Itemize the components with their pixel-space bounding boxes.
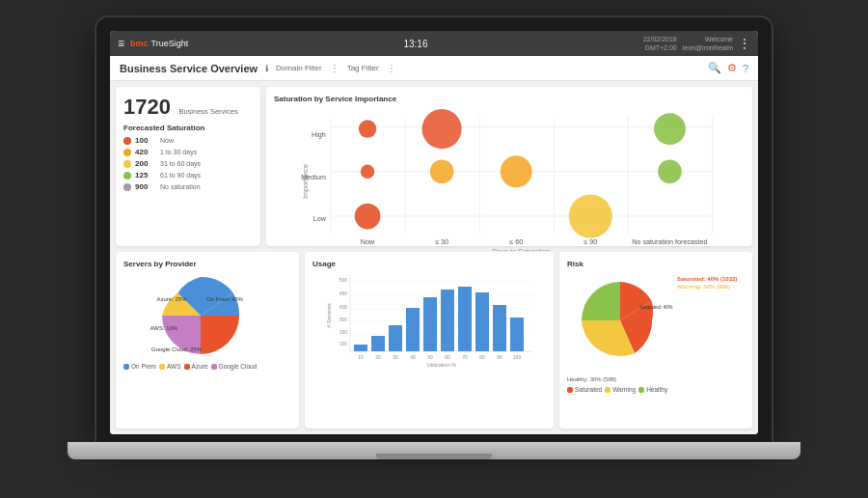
svg-text:Saturated: 40% (1032): Saturated: 40% (1032) — [639, 304, 673, 310]
risk-chart-title: Risk — [567, 260, 745, 268]
svg-text:50: 50 — [427, 354, 433, 360]
bar-80[interactable] — [475, 292, 489, 351]
svg-text:AWS: 10%: AWS: 10% — [150, 325, 178, 331]
forecast-num-1: 100 — [135, 136, 156, 145]
forecast-num-3: 200 — [135, 159, 156, 168]
usage-chart-svg: 500 450 400 300 200 100 # Services — [312, 272, 546, 369]
legend-azure: Azure — [184, 363, 208, 370]
page-header: Business Service Overview ℹ Domain Filte… — [110, 56, 758, 81]
bubble-90-low[interactable] — [569, 194, 612, 237]
dot-30 — [123, 149, 131, 156]
search-icon[interactable]: 🔍 — [708, 62, 721, 74]
servers-pie-svg: On Prem 40% Azure: 25% AWS: 10% Google C… — [123, 272, 278, 359]
nav-welcome: Welcome leon@ironRealm — [683, 35, 733, 52]
bar-40[interactable] — [406, 308, 420, 351]
risk-label-saturated: Saturated: 40% (1032) — [677, 276, 745, 282]
dot-now — [123, 137, 131, 145]
legend-saturated: Saturated — [567, 386, 602, 393]
business-label: Business Services — [178, 107, 237, 116]
forecast-row-3: 200 31 to 60 days — [123, 159, 253, 168]
tag-filter-label[interactable]: Tag Filter — [347, 64, 379, 72]
help-icon[interactable]: ? — [743, 63, 748, 74]
main-content: 1720 Business Services Forecasted Satura… — [110, 81, 758, 434]
domain-filter-dots[interactable]: ⋮ — [330, 63, 339, 73]
legend-aws-dot — [159, 364, 165, 370]
top-row: 1720 Business Services Forecasted Satura… — [116, 87, 752, 246]
svg-text:100: 100 — [339, 341, 348, 346]
svg-text:# Services: # Services — [326, 303, 332, 328]
bar-30[interactable] — [389, 325, 402, 351]
svg-text:Days to Saturation: Days to Saturation — [493, 247, 550, 251]
bar-90[interactable] — [493, 305, 506, 351]
bar-60[interactable] — [441, 290, 454, 351]
nav-menu-icon[interactable]: ⋮ — [739, 37, 750, 50]
bar-10[interactable] — [354, 345, 367, 351]
legend-google-dot — [211, 364, 217, 370]
svg-text:400: 400 — [339, 304, 348, 310]
forecast-row-2: 420 1 to 30 days — [123, 148, 253, 156]
top-nav: ≡ bmc TrueSight 13:16 22/02/2018 GMT+2:0… — [110, 31, 758, 56]
laptop-screen: ≡ bmc TrueSight 13:16 22/02/2018 GMT+2:0… — [110, 31, 758, 434]
svg-text:Azure: 25%: Azure: 25% — [156, 296, 187, 302]
risk-pie-svg: Saturated: 40% (1032) — [567, 272, 673, 369]
hamburger-icon[interactable]: ≡ — [118, 37, 124, 50]
bubble-30-medium[interactable] — [430, 159, 454, 183]
svg-text:No saturation forecasted: No saturation forecasted — [632, 237, 707, 246]
svg-text:100: 100 — [513, 354, 522, 360]
saturation-chart-title: Saturation by Service Importance — [274, 95, 745, 103]
bubble-now-high[interactable] — [359, 120, 376, 137]
svg-text:High: High — [312, 130, 326, 139]
svg-text:40: 40 — [410, 354, 416, 360]
nav-time: 13:16 — [403, 39, 427, 49]
bubble-now-low[interactable] — [355, 204, 381, 230]
domain-filter-label[interactable]: Domain Filter — [276, 64, 322, 72]
legend-healthy: Healthy — [638, 386, 667, 393]
bar-70[interactable] — [458, 287, 472, 351]
forecast-panel: 1720 Business Services Forecasted Satura… — [116, 87, 260, 246]
bubble-30-high[interactable] — [422, 109, 462, 149]
servers-pie-area: On Prem 40% Azure: 25% AWS: 10% Google C… — [123, 272, 291, 359]
servers-chart-title: Servers by Provider — [123, 260, 291, 268]
settings-icon[interactable]: ⚙ — [727, 62, 737, 74]
business-count: 1720 — [123, 95, 171, 119]
truesight-text: TrueSight — [151, 39, 189, 48]
page-info-icon[interactable]: ℹ — [265, 64, 268, 73]
svg-text:≤ 90: ≤ 90 — [583, 237, 597, 246]
risk-panel: Risk — [559, 252, 752, 429]
page-title: Business Service Overview — [120, 63, 258, 74]
svg-text:30: 30 — [393, 354, 398, 360]
legend-warning-dot — [605, 387, 610, 393]
bmc-logo: bmc TrueSight — [130, 39, 188, 48]
bubble-none-medium[interactable] — [658, 159, 682, 183]
bubble-none-high[interactable] — [654, 113, 686, 145]
forecast-row-5: 900 No saturation — [123, 182, 253, 191]
bar-20[interactable] — [371, 336, 385, 351]
svg-text:≤ 30: ≤ 30 — [435, 237, 448, 246]
saturation-chart-svg: Importance High Medium Low — [274, 107, 745, 251]
nav-center: 13:16 — [188, 39, 642, 49]
dot-60 — [123, 160, 131, 168]
business-count-area: 1720 Business Services — [123, 95, 253, 120]
tag-filter-dots[interactable]: ⋮ — [387, 63, 396, 73]
forecast-desc-2: 1 to 30 days — [160, 149, 197, 155]
laptop-bezel: ≡ bmc TrueSight 13:16 22/02/2018 GMT+2:0… — [96, 17, 772, 442]
bmc-text: bmc — [130, 39, 149, 48]
svg-text:20: 20 — [375, 354, 381, 360]
forecast-desc-4: 61 to 90 days — [160, 172, 201, 179]
bar-100[interactable] — [510, 318, 524, 351]
bar-50[interactable] — [423, 297, 437, 351]
risk-pie-wrapper: Saturated: 40% (1032) — [567, 272, 673, 373]
forecast-num-2: 420 — [135, 148, 156, 156]
bubble-now-medium[interactable] — [361, 165, 374, 179]
svg-text:On Prem 40%: On Prem 40% — [206, 296, 243, 302]
forecast-rows: 100 Now 420 1 to 30 days 200 — [123, 136, 253, 191]
legend-azure-dot — [184, 364, 190, 370]
nav-datetime: 22/02/2018 GMT+2:00 — [643, 35, 677, 52]
forecast-row-1: 100 Now — [123, 136, 253, 145]
svg-text:Importance: Importance — [301, 164, 310, 199]
legend-healthy-dot — [638, 387, 644, 393]
svg-text:60: 60 — [445, 354, 450, 360]
forecast-desc-5: No saturation — [160, 183, 201, 190]
forecast-title: Forecasted Saturation — [123, 124, 253, 132]
bubble-60-medium[interactable] — [501, 155, 532, 187]
